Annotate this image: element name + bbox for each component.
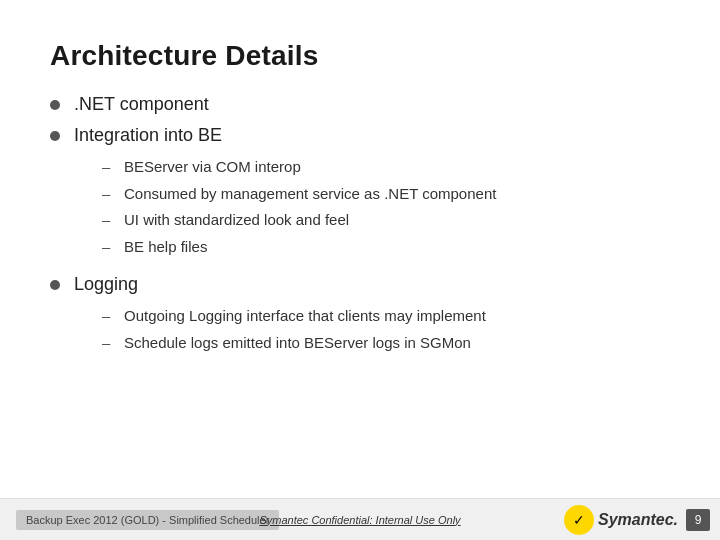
sub-item-3-2: – Schedule logs emitted into BEServer lo… [102,332,670,355]
sub-dash: – [102,156,116,179]
bullet-item-3: Logging [50,274,670,295]
sub-text-2-1: BEServer via COM interop [124,156,301,179]
sub-text-3-2: Schedule logs emitted into BEServer logs… [124,332,471,355]
footer-right: ✓ Symantec. 9 [564,505,710,535]
slide-title: Architecture Details [50,40,670,72]
sub-list-3: – Outgoing Logging interface that client… [102,305,670,358]
sub-text-2-2: Consumed by management service as .NET c… [124,183,496,206]
sub-item-3-1: – Outgoing Logging interface that client… [102,305,670,328]
sub-dash: – [102,209,116,232]
bullet-dot-1 [50,100,60,110]
sub-item-2-1: – BEServer via COM interop [102,156,670,179]
bullet-text-1: .NET component [74,94,209,115]
sub-item-2-4: – BE help files [102,236,670,259]
symantec-logo: ✓ Symantec. [564,505,678,535]
sub-item-2-2: – Consumed by management service as .NET… [102,183,670,206]
sub-dash: – [102,183,116,206]
bullet-dot-3 [50,280,60,290]
sub-dash: – [102,332,116,355]
footer-left-label: Backup Exec 2012 (GOLD) - Simplified Sch… [16,510,279,530]
sub-text-2-4: BE help files [124,236,207,259]
main-bullet-list: .NET component Integration into BE – BES… [50,94,670,370]
slide-container: Architecture Details .NET component Inte… [0,0,720,540]
symantec-logo-text: Symantec. [598,511,678,529]
bullet-dot-2 [50,131,60,141]
symantec-check-icon: ✓ [564,505,594,535]
sub-dash: – [102,236,116,259]
sub-text-3-1: Outgoing Logging interface that clients … [124,305,486,328]
sub-item-2-3: – UI with standardized look and feel [102,209,670,232]
footer-center-label: Symantec Confidential: Internal Use Only [259,514,460,526]
footer: Backup Exec 2012 (GOLD) - Simplified Sch… [0,498,720,540]
bullet-text-3: Logging [74,274,138,295]
bullet-item-1: .NET component [50,94,670,115]
sub-list-2: – BEServer via COM interop – Consumed by… [102,156,670,262]
bullet-item-2: Integration into BE [50,125,670,146]
sub-dash: – [102,305,116,328]
page-number: 9 [686,509,710,531]
sub-text-2-3: UI with standardized look and feel [124,209,349,232]
bullet-text-2: Integration into BE [74,125,222,146]
